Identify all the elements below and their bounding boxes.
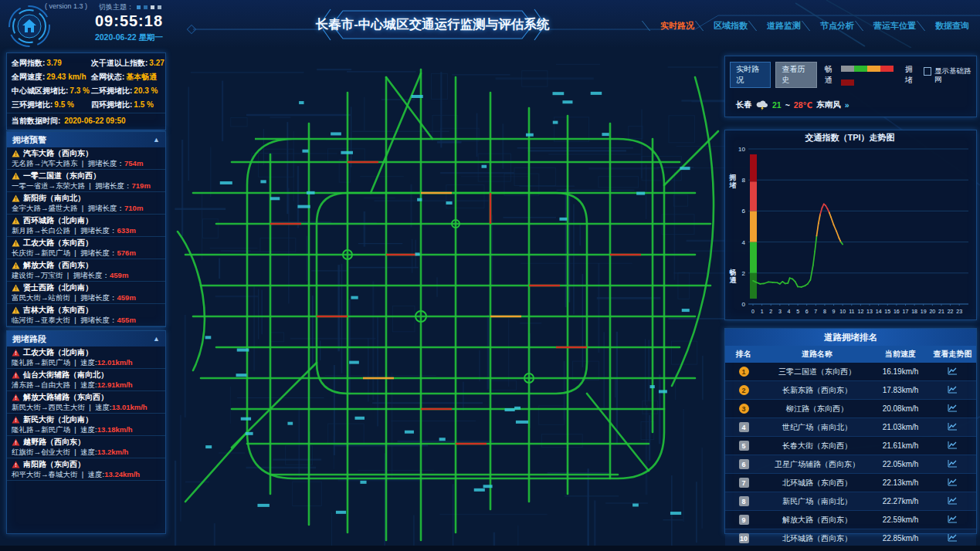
ranking-row[interactable]: 2长新东路（西向东）17.83km/h [725, 381, 976, 400]
rank-badge: 2 [739, 385, 749, 395]
page-title: 长春市-中心城区交通运行监测与评估系统 [323, 8, 542, 42]
warning-length-value: 576m [117, 248, 136, 257]
svg-text:8: 8 [742, 177, 746, 184]
ranking-row[interactable]: 5长春大街（东向西）21.61km/h [725, 437, 976, 455]
ranking-row[interactable]: 9解放大路（西向东）22.59km/h [725, 511, 976, 529]
trend-chart-link[interactable] [929, 474, 976, 492]
stats-grid: 全网指数:3.79次干道以上指数:3.27全网速度:29.43 km/h全网状态… [7, 57, 165, 111]
svg-text:!: ! [15, 218, 16, 224]
svg-text:7: 7 [814, 309, 817, 314]
network-stats-panel: 全网指数:3.79次干道以上指数:3.27全网速度:29.43 km/h全网状态… [6, 52, 166, 130]
main-nav: 实时路况区域指数道路监测节点分析营运车位置数据查询 [646, 20, 969, 32]
collapse-caret-icon[interactable]: ▲ [153, 132, 160, 147]
weather-row[interactable]: 长春 21 ~ 28℃ 东南风 » [725, 89, 976, 110]
theme-swatch-icon[interactable] [137, 5, 141, 9]
ranking-row[interactable]: 8新民广场（南向北）22.27km/h [725, 492, 976, 511]
stat-item: 全网状态:基本畅通 [91, 73, 165, 82]
warning-list-item[interactable]: !解放大路（西向东）建设街→万宝街 | 拥堵长度：459m [7, 259, 165, 282]
nav-item-道路监测[interactable]: 道路监测 [752, 20, 801, 32]
nav-item-营运车位置[interactable]: 营运车位置 [859, 20, 916, 32]
theme-swatch-icon[interactable] [158, 5, 161, 9]
svg-text:10: 10 [738, 146, 745, 153]
trend-chart-link[interactable] [929, 363, 976, 381]
warning-triangle-icon: ! [12, 262, 20, 269]
ranking-row[interactable]: 6卫星广场辅路（西向东）22.05km/h [725, 455, 976, 474]
nav-item-实时路况[interactable]: 实时路况 [646, 20, 694, 32]
trend-chart-link[interactable] [929, 437, 976, 455]
section-speed-value: 12.01km/h [97, 358, 133, 367]
stat-item: 二环拥堵比:20.3 % [91, 86, 165, 96]
collapse-caret-icon[interactable]: ▲ [153, 331, 160, 346]
ranking-row[interactable]: 1三零二国道（东向西）16.19km/h [725, 363, 976, 381]
warning-segment: 一零一省道→东荣大路 [12, 181, 85, 190]
warning-list-item[interactable]: !新阳街（南向北）金宇大路→盛世大路 | 拥堵长度：710m [7, 192, 165, 215]
ranking-row[interactable]: 10北环城路（西向东）22.85km/h [725, 529, 976, 548]
stat-value: 3.79 [46, 59, 61, 67]
congested-sections-header: 拥堵路段 ▲ [7, 331, 165, 346]
section-list-item[interactable]: !越野路（西向东）红旗街→创业大街 | 速度:13.2km/h [7, 436, 165, 458]
warning-list-item[interactable]: !吉林大路（东向西）临河街→亚泰大街 | 拥堵长度：455m [7, 304, 165, 326]
section-list-item[interactable]: !仙台大街辅路（南向北）浦东路→自由大路 | 速度:12.91km/h [7, 369, 165, 391]
tpi-trend-chart: 交通指数（TPI）走势图0246810012345678910111213141… [725, 130, 975, 318]
legend-color-swatch [841, 79, 854, 86]
warning-list-item[interactable]: !工农大路（东向西）长庆街→新民广场 | 拥堵长度：576m [7, 237, 165, 259]
nav-separator-icon [855, 21, 873, 31]
congestion-warning-header: 拥堵预警 ▲ [7, 132, 165, 147]
trend-chart-link[interactable] [929, 492, 976, 511]
stat-item: 三环拥堵比:9.5 % [12, 100, 91, 110]
nav-item-节点分析[interactable]: 节点分析 [805, 20, 854, 32]
legend-smooth-label: 畅通 [825, 64, 839, 86]
warning-road-name: 解放大路（西向东） [23, 261, 93, 270]
tab-realtime[interactable]: 实时路况 [730, 62, 771, 88]
ranking-column-header: 道路名称 [762, 346, 872, 363]
trend-chart-link[interactable] [929, 400, 976, 418]
ranking-road-name: 解放大路（西向东） [762, 511, 872, 529]
stat-label: 全网指数: [12, 59, 45, 67]
basemap-toggle[interactable]: 显示基础路网 [924, 66, 972, 83]
warning-triangle-icon: ! [12, 371, 20, 379]
theme-switcher[interactable]: 切换主题： [99, 2, 161, 12]
nav-item-区域指数[interactable]: 区域指数 [699, 20, 748, 32]
ranking-row[interactable]: 3柳江路（东向西）20.08km/h [725, 400, 976, 418]
ranking-speed: 22.59km/h [872, 511, 929, 529]
line-chart-icon [948, 459, 958, 468]
home-logo-icon[interactable] [8, 5, 51, 48]
nav-item-数据查询[interactable]: 数据查询 [921, 20, 969, 32]
basemap-checkbox[interactable] [924, 67, 931, 76]
section-list-item[interactable]: !工农大路（北向南）隆礼路→新民广场 | 速度:12.01km/h [7, 346, 165, 369]
warning-segment: 临河街→亚泰大街 [12, 316, 70, 324]
warning-road-name: 一零二国道（东向西） [23, 171, 100, 181]
warning-list-item[interactable]: !西环城路（北向南）新月路→长白公路 | 拥堵长度：633m [7, 215, 165, 237]
ranking-row[interactable]: 4世纪广场（南向北）21.03km/h [725, 418, 976, 437]
svg-text:!: ! [15, 308, 16, 313]
section-list-item[interactable]: !南阳路（东向西）和平大街→春城大街 | 速度:13.24km/h [7, 458, 165, 481]
trend-chart-link[interactable] [929, 511, 976, 529]
ranking-road-name: 北环城路（西向东） [762, 529, 872, 548]
trend-chart-link[interactable] [929, 529, 976, 548]
svg-text:16: 16 [894, 309, 900, 314]
svg-text:2: 2 [769, 309, 772, 314]
warning-list-item[interactable]: !汽车大路（西向东）无名路→汽车大路东 | 拥堵长度：754m [7, 147, 165, 170]
theme-swatch-icon[interactable] [151, 5, 154, 9]
trend-chart-link[interactable] [929, 418, 976, 437]
trend-chart-link[interactable] [929, 455, 976, 474]
section-list-item[interactable]: !新民大街（北向南）隆礼路→新民广场 | 速度:13.18km/h [7, 414, 165, 436]
warning-list-item[interactable]: !贤士西路（北向南）富民大街→站前街 | 拥堵长度：459m [7, 282, 165, 304]
data-time-label: 当前数据时间: [12, 117, 60, 125]
svg-text:拥堵: 拥堵 [729, 174, 737, 189]
warning-list-item[interactable]: !一零二国道（东向西）一零一省道→东荣大路 | 拥堵长度：719m [7, 170, 165, 192]
ranking-speed: 21.61km/h [872, 437, 929, 455]
svg-text:!: ! [15, 263, 16, 269]
weather-more-arrow[interactable]: » [845, 100, 849, 110]
svg-text:!: ! [15, 417, 16, 423]
rank-badge: 10 [739, 533, 749, 543]
ranking-row[interactable]: 7北环城路（东向西）22.13km/h [725, 474, 976, 492]
trend-chart-link[interactable] [929, 381, 976, 400]
warning-segment: 建设街→万宝街 [12, 271, 63, 279]
congestion-ranking-panel: 道路拥堵排名 排名道路名称当前速度查看走势图 1三零二国道（东向西）16.19k… [724, 328, 977, 534]
warning-length-label: 拥堵长度： [88, 204, 125, 212]
section-list-item[interactable]: !解放大路辅路（东向西）新民大街→西民主大街 | 速度:13.01km/h [7, 391, 165, 414]
stat-value: 29.43 km/h [46, 73, 86, 81]
theme-swatch-icon[interactable] [144, 5, 148, 9]
tab-history[interactable]: 查看历史 [775, 62, 816, 88]
